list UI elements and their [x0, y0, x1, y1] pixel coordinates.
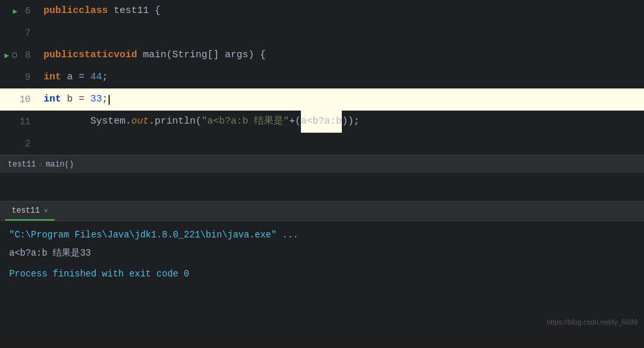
- terminal-process-line: Process finished with exit code 0: [9, 267, 635, 282]
- code-content-10[interactable]: int b = 33;: [36, 88, 644, 111]
- breadcrumb-separator: ›: [38, 160, 43, 169]
- line-number-area-9: 9: [0, 66, 36, 88]
- code-content-11[interactable]: System.out.println("a<b?a:b 结果是"+(a<b?a:…: [36, 111, 644, 133]
- code-content-6[interactable]: public class test11 {: [36, 0, 644, 22]
- line-number-10: 10: [19, 94, 31, 105]
- code-line-7: 7: [0, 22, 644, 44]
- line-number-area-10: 10: [0, 88, 36, 111]
- line-number-area-11: 11: [0, 111, 36, 133]
- terminal-cmd-line: "C:\Program Files\Java\jdk1.8.0_221\bin\…: [9, 228, 635, 243]
- code-line-10: 10 int b = 33;: [0, 88, 644, 111]
- run-button-8[interactable]: ▶: [5, 51, 9, 60]
- line-number-8: 8: [20, 50, 31, 60]
- code-line-2: 2: [0, 133, 644, 155]
- line-number-2: 2: [20, 139, 31, 149]
- code-content-7[interactable]: [36, 22, 644, 44]
- breadcrumb-file: test11: [8, 160, 36, 169]
- line-number-area-8: ▶ ⬡ 8: [0, 44, 36, 66]
- run-button-6[interactable]: ▶: [13, 7, 18, 16]
- terminal-tab-bar: test11 ✕: [0, 202, 644, 221]
- code-line-6: ▶ 6 public class test11 {: [0, 0, 644, 22]
- terminal-close-button[interactable]: ✕: [44, 206, 48, 215]
- line-number-6: 6: [20, 6, 31, 16]
- terminal-tab-label: test11: [12, 206, 40, 215]
- editor-area: ▶ 6 public class test11 { 7 ▶ ⬡ 8 public…: [0, 0, 644, 202]
- code-line-8: ▶ ⬡ 8 public static void main(String[] a…: [0, 44, 644, 66]
- code-content-9[interactable]: int a = 44;: [36, 66, 644, 88]
- watermark: https://blog.csdn.net/ly_6699: [547, 318, 638, 326]
- code-line-9: 9 int a = 44;: [0, 66, 644, 88]
- code-lines: ▶ 6 public class test11 { 7 ▶ ⬡ 8 public…: [0, 0, 644, 155]
- line-number-11: 11: [19, 116, 31, 127]
- terminal-area: test11 ✕ "C:\Program Files\Java\jdk1.8.0…: [0, 202, 644, 330]
- terminal-tab[interactable]: test11 ✕: [5, 202, 55, 221]
- bookmark-icon-8: ⬡: [12, 51, 18, 59]
- code-content-2[interactable]: [36, 133, 644, 155]
- line-number-7: 7: [20, 28, 31, 38]
- line-number-9: 9: [20, 72, 31, 83]
- code-content-8[interactable]: public static void main(String[] args) {: [36, 44, 644, 66]
- line-number-area-7: 7: [0, 22, 36, 44]
- terminal-content: "C:\Program Files\Java\jdk1.8.0_221\bin\…: [0, 221, 644, 288]
- line-number-area-6: ▶ 6: [0, 0, 36, 22]
- terminal-output-line: a<b?a:b 结果是33: [9, 246, 635, 261]
- code-line-11: 11 System.out.println("a<b?a:b 结果是"+(a<b…: [0, 111, 644, 133]
- line-number-area-2: 2: [0, 133, 36, 155]
- breadcrumb: test11 › main(): [0, 155, 644, 173]
- breadcrumb-method: main(): [45, 160, 73, 169]
